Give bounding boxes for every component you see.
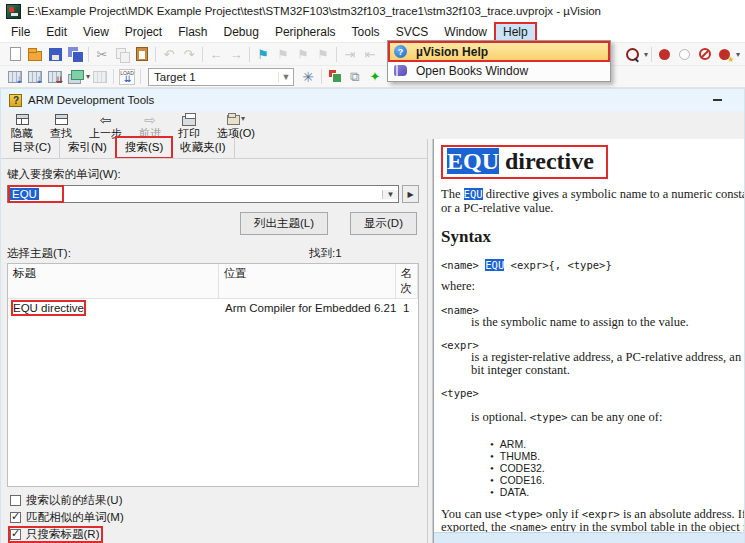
kill-all-breakpoints-button[interactable] [715,44,735,64]
checkbox-icon[interactable] [10,512,21,523]
outdent-button[interactable]: ⇤ [360,44,380,64]
column-header-rank[interactable]: 名次 [396,264,419,298]
hide-button[interactable]: 隐藏 [11,112,33,139]
topic-title-cell[interactable]: EQU directive [13,302,84,314]
search-combo-row: EQU ▼ ▶ [7,185,419,203]
column-header-location[interactable]: 位置 [219,264,396,298]
table-row[interactable]: EQU directive Arm Compiler for Embedded … [8,299,418,316]
project-items-button[interactable]: ⧉ [345,67,365,87]
clear-bookmarks-button[interactable]: ⚑ [313,44,333,64]
find-in-files-button[interactable] [623,44,643,64]
menu-item-uvision-help[interactable]: ? µVision Help [389,42,609,61]
tab-favorites[interactable]: 收藏夹(I) [172,138,234,158]
download-button[interactable]: LOAD⇊ [117,67,137,87]
disable-all-breakpoints-button[interactable] [695,44,715,64]
stop-build-button[interactable] [90,67,110,87]
tab-search[interactable]: 搜索(S) [116,137,172,158]
topics-header-row: 选择主题(T): 找到:1 [7,246,419,261]
translate-file-button[interactable]: ⇣ [5,67,25,87]
runtime-environment-button[interactable]: ✦ [365,67,385,87]
column-header-title[interactable]: 标题 [8,264,219,298]
paste-icon [136,47,148,61]
undo-button[interactable]: ↶ [159,44,179,64]
topics-table-header: 标题 位置 名次 [8,264,418,299]
open-file-button[interactable] [25,44,45,64]
tab-index[interactable]: 索引(N) [60,138,116,158]
checkbox-icon[interactable] [10,495,21,506]
doc-defgap: is optional. <type> can be any one of: [471,411,744,424]
build-button[interactable]: ⇣ [25,67,45,87]
tab-contents[interactable]: 目录(C) [4,138,60,158]
print-icon [182,116,196,126]
copy-button[interactable] [112,44,132,64]
menu-peripherals[interactable]: Peripherals [267,23,344,41]
hide-panel-icon [16,114,29,125]
options-button[interactable]: ▾ 选项(O) [217,112,255,139]
next-bookmark-button[interactable]: ⚑ [293,44,313,64]
save-button[interactable] [45,44,65,64]
menu-project[interactable]: Project [117,23,170,41]
forward-button[interactable]: ⇨ 前进 [139,112,161,139]
bookmark-clear-icon: ⚑ [317,48,329,61]
menu-edit[interactable]: Edit [38,23,75,41]
chevron-down-icon[interactable]: ▼ [278,72,293,82]
toggle-bookmark-button[interactable]: ⚑ [253,44,273,64]
save-all-button[interactable] [65,44,85,64]
doc-para: where: [441,280,744,294]
display-button[interactable]: 显示(D) [350,212,417,235]
rebuild-all-button[interactable]: ⇊ [45,67,65,87]
find-dropdown-caret[interactable]: ▾ [644,50,648,59]
toolbar-separator [651,47,652,62]
build-toolbar: ⇣ ⇣ ⇊ ▾ LOAD⇊ Target 1 ▼ ✳ ⧉ ✦ ◈ [0,65,745,88]
combo-expand-button[interactable]: ▶ [402,185,419,203]
back-icon: ⇦ [100,113,112,127]
doc-bullet: •THUMB. [490,450,744,462]
back-arrow-icon: ← [210,48,223,61]
menu-file[interactable]: File [3,23,38,41]
manage-components-button[interactable] [325,67,345,87]
breakpoint-dropdown-caret[interactable]: ▾ [736,50,740,59]
target-select[interactable]: Target 1 ▼ [148,68,294,86]
select-topic-label: 选择主题(T): [7,246,71,261]
search-panel: 键入要搜索的单词(W): EQU ▼ ▶ 列出主题(L) 显示(D) 选择主题(… [1,158,427,543]
doc-def: is the symbolic name to assign to the va… [471,316,744,329]
search-input[interactable]: EQU ▼ [7,185,399,203]
menu-window[interactable]: Window [436,23,495,41]
help-icon: ? [394,45,407,58]
locate-button[interactable]: 查找 [50,112,72,139]
menu-help[interactable]: Help [495,23,536,41]
cut-button[interactable]: ✂ [92,44,112,64]
list-topics-button[interactable]: 列出主题(L) [240,212,328,235]
checkbox-icon[interactable] [10,529,21,540]
menu-item-open-books-window[interactable]: Open Books Window [389,61,609,80]
new-file-button[interactable] [5,44,25,64]
menu-tools[interactable]: Tools [344,23,388,41]
redo-button[interactable]: ↷ [179,44,199,64]
batch-build-button[interactable] [65,67,85,87]
menu-view[interactable]: View [75,23,117,41]
enable-breakpoint-button[interactable] [675,44,695,64]
back-button[interactable]: ⇦ 上一步 [89,112,122,139]
navigate-forward-button[interactable]: → [226,44,246,64]
navigate-back-button[interactable]: ← [206,44,226,64]
rebuild-icon: ⇊ [48,71,62,83]
target-options-button[interactable]: ✳ [298,67,318,87]
doc-code: <name> EQU <expr>{, <type>} [441,259,744,271]
paste-button[interactable] [132,44,152,64]
checkbox-titles-only[interactable]: 只搜索标题(R) [9,527,102,542]
minimize-button[interactable] [710,93,724,107]
checkbox-match-similar[interactable]: 匹配相似的单词(M) [9,510,127,525]
toggle-breakpoint-button[interactable] [655,44,675,64]
translate-icon: ⇣ [8,71,22,83]
print-button[interactable]: 打印 [178,112,200,139]
found-count: 找到:1 [309,246,342,261]
menu-debug[interactable]: Debug [216,23,267,41]
checkbox-search-previous[interactable]: 搜索以前的结果(U) [9,493,125,508]
prev-bookmark-button[interactable]: ⚑ [273,44,293,64]
indent-button[interactable]: ⇥ [340,44,360,64]
doc-bullet: •DATA. [490,486,744,498]
menu-svcs[interactable]: SVCS [388,23,437,41]
search-label: 键入要搜索的单词(W): [7,167,419,182]
menu-flash[interactable]: Flash [170,23,215,41]
search-dropdown-button[interactable]: ▼ [382,190,398,199]
